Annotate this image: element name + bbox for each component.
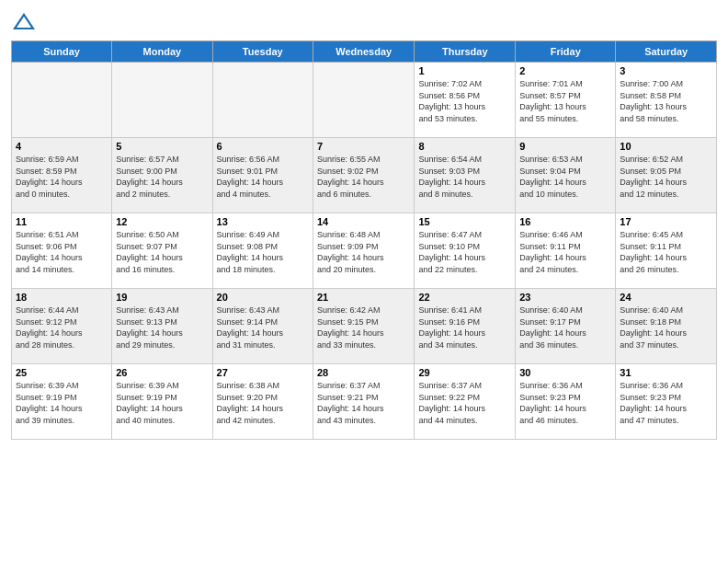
calendar-week-row: 1Sunrise: 7:02 AM Sunset: 8:56 PM Daylig… bbox=[12, 63, 717, 138]
day-number: 18 bbox=[16, 292, 108, 303]
calendar-header-tuesday: Tuesday bbox=[212, 41, 313, 63]
calendar-cell: 3Sunrise: 7:00 AM Sunset: 8:58 PM Daylig… bbox=[616, 63, 717, 138]
day-number: 31 bbox=[620, 367, 712, 378]
calendar-cell: 7Sunrise: 6:55 AM Sunset: 9:02 PM Daylig… bbox=[313, 138, 415, 213]
day-number: 16 bbox=[519, 216, 611, 227]
day-number: 13 bbox=[217, 216, 309, 227]
day-number: 27 bbox=[217, 367, 309, 378]
day-number: 5 bbox=[116, 141, 208, 152]
logo-icon bbox=[11, 9, 37, 35]
calendar-cell bbox=[12, 63, 112, 138]
day-info: Sunrise: 7:00 AM Sunset: 8:58 PM Dayligh… bbox=[620, 78, 712, 124]
calendar-cell: 16Sunrise: 6:46 AM Sunset: 9:11 PM Dayli… bbox=[516, 213, 616, 289]
calendar-cell: 29Sunrise: 6:37 AM Sunset: 9:22 PM Dayli… bbox=[415, 364, 516, 440]
day-info: Sunrise: 6:48 AM Sunset: 9:09 PM Dayligh… bbox=[317, 229, 410, 275]
day-info: Sunrise: 6:51 AM Sunset: 9:06 PM Dayligh… bbox=[16, 229, 108, 275]
calendar-cell: 22Sunrise: 6:41 AM Sunset: 9:16 PM Dayli… bbox=[415, 289, 516, 364]
calendar-cell: 14Sunrise: 6:48 AM Sunset: 9:09 PM Dayli… bbox=[313, 213, 415, 289]
day-number: 20 bbox=[217, 292, 309, 303]
day-number: 15 bbox=[418, 216, 511, 227]
calendar-week-row: 25Sunrise: 6:39 AM Sunset: 9:19 PM Dayli… bbox=[12, 364, 717, 440]
day-info: Sunrise: 6:55 AM Sunset: 9:02 PM Dayligh… bbox=[317, 154, 410, 200]
day-number: 30 bbox=[519, 367, 611, 378]
day-info: Sunrise: 6:43 AM Sunset: 9:14 PM Dayligh… bbox=[217, 304, 309, 350]
calendar-cell: 19Sunrise: 6:43 AM Sunset: 9:13 PM Dayli… bbox=[112, 289, 212, 364]
day-info: Sunrise: 6:44 AM Sunset: 9:12 PM Dayligh… bbox=[16, 304, 108, 350]
day-info: Sunrise: 6:39 AM Sunset: 9:19 PM Dayligh… bbox=[116, 380, 208, 426]
day-number: 26 bbox=[116, 367, 208, 378]
day-number: 10 bbox=[620, 141, 712, 152]
day-number: 3 bbox=[620, 65, 712, 76]
calendar-cell: 18Sunrise: 6:44 AM Sunset: 9:12 PM Dayli… bbox=[12, 289, 112, 364]
calendar-cell: 8Sunrise: 6:54 AM Sunset: 9:03 PM Daylig… bbox=[415, 138, 516, 213]
day-info: Sunrise: 6:46 AM Sunset: 9:11 PM Dayligh… bbox=[519, 229, 611, 275]
day-info: Sunrise: 7:02 AM Sunset: 8:56 PM Dayligh… bbox=[418, 78, 511, 124]
day-number: 25 bbox=[16, 367, 108, 378]
calendar-header-friday: Friday bbox=[516, 41, 616, 63]
calendar-cell: 21Sunrise: 6:42 AM Sunset: 9:15 PM Dayli… bbox=[313, 289, 415, 364]
calendar-cell: 9Sunrise: 6:53 AM Sunset: 9:04 PM Daylig… bbox=[516, 138, 616, 213]
calendar-header-thursday: Thursday bbox=[415, 41, 516, 63]
header bbox=[11, 9, 717, 35]
day-info: Sunrise: 6:36 AM Sunset: 9:23 PM Dayligh… bbox=[620, 380, 712, 426]
calendar-cell: 1Sunrise: 7:02 AM Sunset: 8:56 PM Daylig… bbox=[415, 63, 516, 138]
day-info: Sunrise: 6:36 AM Sunset: 9:23 PM Dayligh… bbox=[519, 380, 611, 426]
day-number: 22 bbox=[418, 292, 511, 303]
day-number: 7 bbox=[317, 141, 410, 152]
day-number: 9 bbox=[519, 141, 611, 152]
calendar-cell: 24Sunrise: 6:40 AM Sunset: 9:18 PM Dayli… bbox=[616, 289, 717, 364]
day-info: Sunrise: 6:52 AM Sunset: 9:05 PM Dayligh… bbox=[620, 154, 712, 200]
day-number: 19 bbox=[116, 292, 208, 303]
calendar-header-sunday: Sunday bbox=[12, 41, 112, 63]
day-info: Sunrise: 6:40 AM Sunset: 9:17 PM Dayligh… bbox=[519, 304, 611, 350]
calendar-week-row: 4Sunrise: 6:59 AM Sunset: 8:59 PM Daylig… bbox=[12, 138, 717, 213]
calendar-cell: 10Sunrise: 6:52 AM Sunset: 9:05 PM Dayli… bbox=[616, 138, 717, 213]
day-info: Sunrise: 6:38 AM Sunset: 9:20 PM Dayligh… bbox=[217, 380, 309, 426]
calendar-cell: 5Sunrise: 6:57 AM Sunset: 9:00 PM Daylig… bbox=[112, 138, 212, 213]
day-number: 2 bbox=[519, 65, 611, 76]
calendar-cell: 20Sunrise: 6:43 AM Sunset: 9:14 PM Dayli… bbox=[212, 289, 313, 364]
day-info: Sunrise: 6:41 AM Sunset: 9:16 PM Dayligh… bbox=[418, 304, 511, 350]
day-number: 12 bbox=[116, 216, 208, 227]
calendar-cell: 25Sunrise: 6:39 AM Sunset: 9:19 PM Dayli… bbox=[12, 364, 112, 440]
calendar-cell: 23Sunrise: 6:40 AM Sunset: 9:17 PM Dayli… bbox=[516, 289, 616, 364]
day-number: 14 bbox=[317, 216, 410, 227]
page: SundayMondayTuesdayWednesdayThursdayFrid… bbox=[0, 0, 728, 563]
day-info: Sunrise: 6:39 AM Sunset: 9:19 PM Dayligh… bbox=[16, 380, 108, 426]
calendar-header-monday: Monday bbox=[112, 41, 212, 63]
calendar-header-saturday: Saturday bbox=[616, 41, 717, 63]
day-number: 4 bbox=[16, 141, 108, 152]
day-info: Sunrise: 6:47 AM Sunset: 9:10 PM Dayligh… bbox=[418, 229, 511, 275]
calendar-cell: 28Sunrise: 6:37 AM Sunset: 9:21 PM Dayli… bbox=[313, 364, 415, 440]
calendar-cell: 27Sunrise: 6:38 AM Sunset: 9:20 PM Dayli… bbox=[212, 364, 313, 440]
day-number: 21 bbox=[317, 292, 410, 303]
day-info: Sunrise: 6:43 AM Sunset: 9:13 PM Dayligh… bbox=[116, 304, 208, 350]
calendar-cell: 12Sunrise: 6:50 AM Sunset: 9:07 PM Dayli… bbox=[112, 213, 212, 289]
calendar-header-wednesday: Wednesday bbox=[313, 41, 415, 63]
calendar-cell: 31Sunrise: 6:36 AM Sunset: 9:23 PM Dayli… bbox=[616, 364, 717, 440]
calendar-cell bbox=[313, 63, 415, 138]
day-number: 23 bbox=[519, 292, 611, 303]
day-info: Sunrise: 6:40 AM Sunset: 9:18 PM Dayligh… bbox=[620, 304, 712, 350]
day-number: 24 bbox=[620, 292, 712, 303]
day-info: Sunrise: 6:42 AM Sunset: 9:15 PM Dayligh… bbox=[317, 304, 410, 350]
calendar-table: SundayMondayTuesdayWednesdayThursdayFrid… bbox=[11, 40, 717, 440]
day-number: 1 bbox=[418, 65, 511, 76]
day-number: 6 bbox=[217, 141, 309, 152]
calendar-week-row: 18Sunrise: 6:44 AM Sunset: 9:12 PM Dayli… bbox=[12, 289, 717, 364]
day-info: Sunrise: 6:54 AM Sunset: 9:03 PM Dayligh… bbox=[418, 154, 511, 200]
day-info: Sunrise: 6:50 AM Sunset: 9:07 PM Dayligh… bbox=[116, 229, 208, 275]
calendar-cell: 2Sunrise: 7:01 AM Sunset: 8:57 PM Daylig… bbox=[516, 63, 616, 138]
day-info: Sunrise: 7:01 AM Sunset: 8:57 PM Dayligh… bbox=[519, 78, 611, 124]
logo bbox=[11, 9, 40, 35]
day-info: Sunrise: 6:59 AM Sunset: 8:59 PM Dayligh… bbox=[16, 154, 108, 200]
calendar-cell: 11Sunrise: 6:51 AM Sunset: 9:06 PM Dayli… bbox=[12, 213, 112, 289]
calendar-cell: 15Sunrise: 6:47 AM Sunset: 9:10 PM Dayli… bbox=[415, 213, 516, 289]
calendar-cell: 13Sunrise: 6:49 AM Sunset: 9:08 PM Dayli… bbox=[212, 213, 313, 289]
calendar-cell bbox=[112, 63, 212, 138]
day-number: 11 bbox=[16, 216, 108, 227]
day-number: 8 bbox=[418, 141, 511, 152]
calendar-cell: 4Sunrise: 6:59 AM Sunset: 8:59 PM Daylig… bbox=[12, 138, 112, 213]
day-number: 29 bbox=[418, 367, 511, 378]
day-number: 28 bbox=[317, 367, 410, 378]
